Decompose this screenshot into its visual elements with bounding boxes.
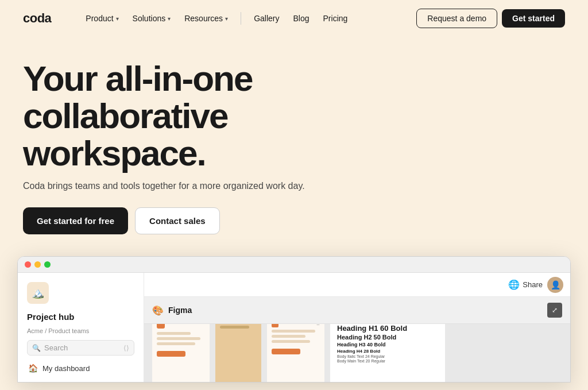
request-demo-button[interactable]: Request a demo: [416, 9, 497, 28]
typography-body1: Body Italic Text 24 Regular: [337, 354, 438, 358]
typography-h2: Heading H2 50 Bold: [337, 334, 438, 341]
figma-icon: 🎨: [152, 305, 164, 316]
nav-right: Request a demo Get started: [416, 9, 565, 28]
share-label: Share: [523, 280, 543, 289]
figma-area: 🎨 Figma ⤢: [144, 297, 570, 324]
wireframe-card-1: [152, 324, 210, 382]
collapse-icon: ⟨⟩: [123, 344, 129, 352]
nav-label-resources: Resources: [184, 14, 223, 23]
wf-line: [157, 342, 195, 345]
navbar: coda Product ▾ Solutions ▾ Resources ▾ G…: [0, 0, 588, 37]
canvas-area: ≡ Typography Heading H1 60 Bold Heading …: [144, 324, 570, 382]
get-started-nav-button[interactable]: Get started: [502, 9, 565, 28]
expand-button[interactable]: ⤢: [547, 303, 562, 318]
window-titlebar: [18, 257, 570, 273]
app-window: 🏔️ Project hub Acme / Product teams 🔍 Se…: [17, 256, 571, 383]
contact-sales-button[interactable]: Contact sales: [135, 207, 220, 234]
wf-line: [220, 326, 249, 329]
typography-body2: Body Main Text 20 Regular: [337, 359, 438, 363]
sidebar-nav-project-brief[interactable]: 📋 Project brief: [27, 381, 134, 382]
wf-line: [157, 337, 200, 340]
dashboard-icon: 🏠: [28, 364, 38, 373]
wf-button: [272, 349, 300, 354]
sidebar-nav-dashboard-label: My dashboard: [42, 364, 90, 373]
share-button[interactable]: 🌐 Share: [508, 279, 543, 290]
app-sidebar: 🏔️ Project hub Acme / Product teams 🔍 Se…: [18, 273, 144, 382]
chevron-down-icon: ▾: [225, 16, 228, 22]
nav-item-pricing[interactable]: Pricing: [318, 10, 354, 26]
sidebar-nav-dashboard[interactable]: 🏠 My dashboard: [27, 361, 134, 375]
wf-line: [272, 340, 310, 343]
nav-item-gallery[interactable]: Gallery: [248, 10, 285, 26]
typography-h1: Heading H1 60 Bold: [337, 324, 438, 333]
hero-subtext: Coda brings teams and tools together for…: [23, 181, 565, 191]
window-minimize-dot: [34, 261, 41, 268]
window-maximize-dot: [44, 261, 51, 268]
sidebar-logo-area: 🏔️: [27, 282, 134, 304]
chevron-down-icon: ▾: [168, 16, 171, 22]
main-content: 🌐 Share 👤 🎨 Figma ⤢: [144, 273, 570, 382]
hero-headline: Your all-in-one collaborative workspace.: [23, 60, 368, 172]
window-body: 🏔️ Project hub Acme / Product teams 🔍 Se…: [18, 273, 570, 382]
logo[interactable]: coda: [23, 11, 51, 26]
nav-label-blog: Blog: [293, 14, 309, 23]
wf-icon-block: [157, 324, 165, 329]
sidebar-subtitle: Acme / Product teams: [27, 327, 134, 334]
chevron-down-icon: ▾: [116, 16, 119, 22]
window-close-dot: [25, 261, 31, 268]
nav-item-product[interactable]: Product ▾: [80, 10, 124, 26]
search-icon: 🔍: [32, 344, 41, 352]
nav-item-solutions[interactable]: Solutions ▾: [127, 10, 177, 26]
wf-line: [272, 330, 315, 333]
get-started-free-button[interactable]: Get started for free: [23, 207, 128, 234]
figma-title: Figma: [168, 306, 192, 315]
globe-icon: 🌐: [508, 279, 520, 290]
typography-h4: Heading H4 28 Bold: [337, 349, 438, 354]
nav-links: Product ▾ Solutions ▾ Resources ▾ Galler…: [80, 10, 416, 26]
wf-line: [157, 332, 191, 335]
wf-menu-icon: ≡: [316, 324, 320, 327]
sidebar-search[interactable]: 🔍 Search ⟨⟩: [27, 340, 134, 356]
wf-icon-small: [272, 324, 278, 327]
wf-group: ≡: [272, 324, 320, 327]
sidebar-search-placeholder: Search: [44, 343, 68, 352]
typography-card: Typography Heading H1 60 Bold Heading H2…: [330, 324, 445, 382]
avatar: 👤: [547, 277, 563, 293]
wf-button: [157, 351, 185, 357]
nav-item-blog[interactable]: Blog: [287, 10, 315, 26]
wireframe-card-2: [215, 324, 261, 382]
nav-label-gallery: Gallery: [254, 14, 279, 23]
main-topbar: 🌐 Share 👤: [144, 273, 570, 297]
nav-label-solutions: Solutions: [133, 14, 166, 23]
nav-item-resources[interactable]: Resources ▾: [179, 10, 234, 26]
nav-divider: [241, 12, 241, 25]
app-preview-wrapper: 🏔️ Project hub Acme / Product teams 🔍 Se…: [0, 256, 588, 383]
typography-h3: Heading H3 40 Bold: [337, 342, 438, 347]
hero-section: Your all-in-one collaborative workspace.…: [0, 37, 588, 252]
nav-label-product: Product: [86, 14, 113, 23]
sidebar-logo-icon: 🏔️: [27, 282, 49, 304]
hero-buttons: Get started for free Contact sales: [23, 207, 565, 234]
wf-line: [272, 335, 305, 338]
sidebar-title: Project hub: [27, 312, 134, 322]
wireframe-card-3: ≡: [267, 324, 324, 382]
nav-label-pricing: Pricing: [323, 14, 348, 23]
